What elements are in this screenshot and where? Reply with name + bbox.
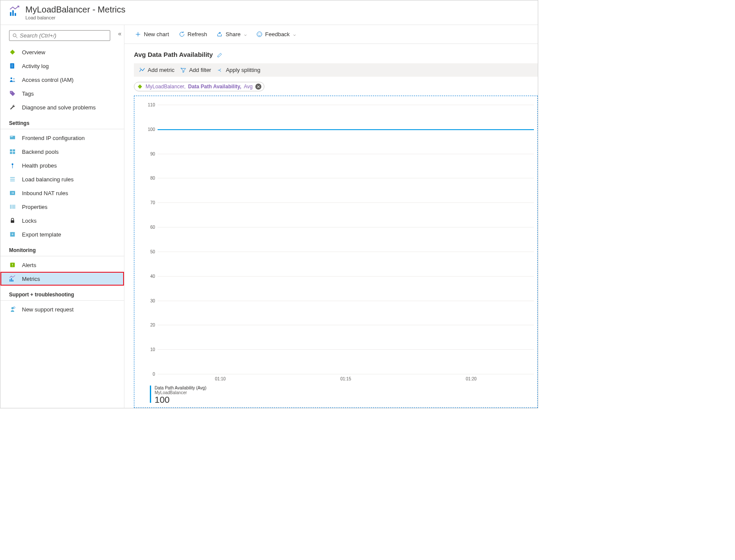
svg-line-4 <box>16 36 18 38</box>
nat-icon <box>9 190 16 196</box>
sidebar-item-backend-pools[interactable]: Backend pools <box>0 145 124 159</box>
sidebar-item-label: New support request <box>22 306 74 313</box>
y-tick-label: 30 <box>140 298 155 303</box>
refresh-button[interactable]: Refresh <box>175 29 211 39</box>
sidebar-item-activity-log[interactable]: Activity log <box>0 59 124 73</box>
sidebar-item-inbound-nat-rules[interactable]: Inbound NAT rules <box>0 186 124 200</box>
support-icon <box>9 306 16 313</box>
line-chart-icon: + <box>139 67 145 73</box>
sidebar-item-access-control-iam-[interactable]: Access control (IAM) <box>0 73 124 87</box>
log-icon <box>9 62 16 69</box>
y-tick-label: 10 <box>140 347 155 352</box>
data-series-line <box>158 129 534 130</box>
sidebar-item-metrics[interactable]: Metrics <box>0 272 124 286</box>
sidebar-item-label: Tags <box>22 90 34 97</box>
rules-icon <box>9 176 16 183</box>
gridline <box>158 252 534 252</box>
apply-splitting-button[interactable]: Apply splitting <box>217 67 260 73</box>
new-chart-button[interactable]: New chart <box>131 29 173 39</box>
svg-point-33 <box>12 266 12 266</box>
chart-plot-area[interactable]: 0102030405060708090100110 <box>158 105 534 374</box>
sidebar-item-load-balancing-rules[interactable]: Load balancing rules <box>0 172 124 186</box>
sidebar-item-properties[interactable]: Properties <box>0 200 124 214</box>
sidebar-item-diagnose-and-solve-problems[interactable]: Diagnose and solve problems <box>0 100 124 114</box>
svg-point-19 <box>12 163 13 165</box>
sidebar-item-label: Load balancing rules <box>22 176 74 183</box>
chart-legend: Data Path Availability (Avg) MyLoadBalan… <box>134 381 537 408</box>
sidebar: « OverviewActivity logAccess control (IA… <box>0 25 124 408</box>
backend-icon <box>9 148 16 155</box>
export-icon <box>9 231 16 238</box>
gridline <box>158 349 534 350</box>
collapse-sidebar-button[interactable]: « <box>118 30 121 37</box>
sidebar-item-label: Properties <box>22 204 47 210</box>
y-tick-label: 60 <box>140 225 155 230</box>
svg-rect-34 <box>9 279 10 281</box>
add-filter-button[interactable]: + Add filter <box>180 67 211 73</box>
sidebar-item-tags[interactable]: Tags <box>0 87 124 100</box>
iam-icon <box>9 76 16 83</box>
gridline <box>158 276 534 277</box>
search-icon <box>12 33 18 39</box>
legend-color-bar <box>150 386 151 403</box>
chevron-down-icon: ⌵ <box>244 32 247 37</box>
svg-rect-14 <box>10 137 12 137</box>
sidebar-item-label: Health probes <box>22 162 57 169</box>
y-tick-label: 110 <box>140 103 155 107</box>
main-content: New chart Refresh Share ⌵ Feedback ⌵ <box>124 25 538 408</box>
sidebar-item-label: Diagnose and solve problems <box>22 104 96 111</box>
add-metric-button[interactable]: + Add metric <box>139 67 174 73</box>
y-tick-label: 100 <box>140 127 155 131</box>
filter-icon: + <box>180 67 186 73</box>
page-header: MyLoadBalancer - Metrics Load balancer <box>0 0 538 25</box>
svg-rect-13 <box>10 136 15 139</box>
sidebar-item-alerts[interactable]: Alerts <box>0 258 124 272</box>
y-tick-label: 20 <box>140 323 155 327</box>
sidebar-item-label: Access control (IAM) <box>22 77 74 83</box>
x-axis-ticks: 01:1001:1501:20 <box>158 376 534 381</box>
remove-chip-button[interactable]: ✕ <box>255 84 261 90</box>
metric-chip[interactable]: MyLoadBalancer, Data Path Availability, … <box>134 82 264 91</box>
page-title: MyLoadBalancer - Metrics <box>25 5 125 15</box>
metric-chip-row: MyLoadBalancer, Data Path Availability, … <box>134 77 538 96</box>
metrics-icon <box>9 6 20 18</box>
sidebar-item-label: Overview <box>22 49 45 56</box>
gridline <box>158 105 534 105</box>
y-tick-label: 90 <box>140 151 155 156</box>
gridline <box>158 202 534 203</box>
share-icon <box>217 31 223 37</box>
svg-rect-0 <box>10 12 11 16</box>
chevron-down-icon: ⌵ <box>293 32 296 37</box>
sidebar-item-frontend-ip-configuration[interactable]: Frontend IP configuration <box>0 131 124 145</box>
sidebar-item-label: Locks <box>22 218 37 224</box>
sidebar-item-locks[interactable]: Locks <box>0 214 124 227</box>
search-input[interactable] <box>20 32 107 39</box>
share-button[interactable]: Share ⌵ <box>213 29 250 39</box>
sidebar-item-label: Inbound NAT rules <box>22 190 68 196</box>
alert-icon <box>9 261 16 268</box>
svg-point-12 <box>11 92 12 93</box>
feedback-button[interactable]: Feedback ⌵ <box>253 29 299 39</box>
refresh-icon <box>179 31 185 37</box>
svg-rect-5 <box>10 50 15 54</box>
body: « OverviewActivity logAccess control (IA… <box>0 25 538 408</box>
sidebar-item-health-probes[interactable]: Health probes <box>0 159 124 172</box>
gridline <box>158 227 534 227</box>
x-tick-label: 01:15 <box>283 376 408 381</box>
tag-icon <box>9 90 16 97</box>
page-subtitle: Load balancer <box>25 15 125 20</box>
sidebar-item-new-support-request[interactable]: New support request <box>0 302 124 316</box>
gridline <box>158 178 534 178</box>
sidebar-item-overview[interactable]: Overview <box>0 45 124 59</box>
y-tick-label: 80 <box>140 176 155 180</box>
sidebar-item-export-template[interactable]: Export template <box>0 227 124 241</box>
y-tick-label: 0 <box>140 372 155 376</box>
sidebar-item-label: Export template <box>22 231 61 238</box>
sidebar-search[interactable] <box>9 30 110 41</box>
svg-rect-29 <box>11 220 14 223</box>
edit-icon[interactable] <box>217 52 223 58</box>
svg-rect-18 <box>13 152 15 154</box>
legend-series-name: Data Path Availability (Avg) <box>155 386 206 390</box>
svg-point-11 <box>13 78 15 80</box>
toolbar: New chart Refresh Share ⌵ Feedback ⌵ <box>124 25 538 44</box>
